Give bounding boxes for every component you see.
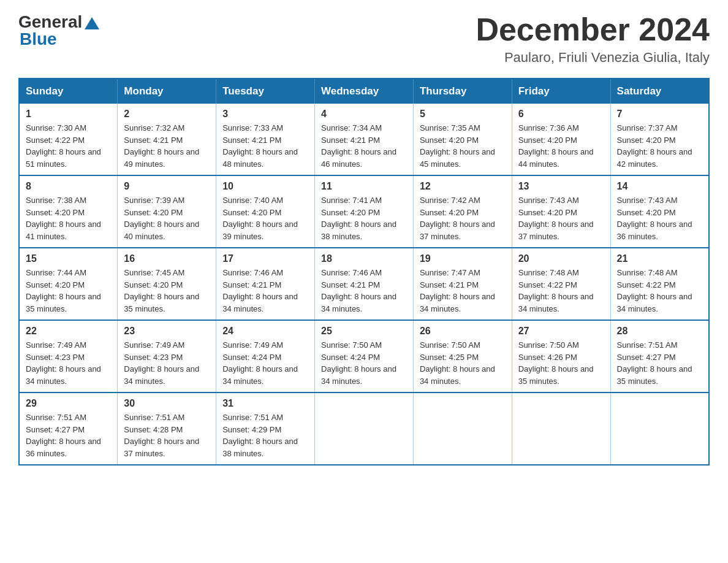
calendar-cell: 21Sunrise: 7:48 AMSunset: 4:22 PMDayligh… (610, 248, 709, 320)
calendar-cell: 12Sunrise: 7:42 AMSunset: 4:20 PMDayligh… (413, 175, 512, 248)
day-info: Sunrise: 7:49 AMSunset: 4:23 PMDaylight:… (26, 339, 111, 387)
logo-blue-text: Blue (20, 29, 57, 49)
calendar-cell (512, 393, 610, 465)
header-row: SundayMondayTuesdayWednesdayThursdayFrid… (19, 79, 709, 104)
day-number: 8 (26, 181, 111, 192)
day-number: 1 (26, 109, 111, 120)
column-header-tuesday: Tuesday (216, 79, 315, 104)
day-number: 12 (420, 181, 506, 192)
calendar-cell: 29Sunrise: 7:51 AMSunset: 4:27 PMDayligh… (19, 393, 118, 465)
calendar-cell: 22Sunrise: 7:49 AMSunset: 4:23 PMDayligh… (19, 320, 118, 393)
calendar-cell: 1Sunrise: 7:30 AMSunset: 4:22 PMDaylight… (19, 104, 118, 175)
calendar-cell: 18Sunrise: 7:46 AMSunset: 4:21 PMDayligh… (315, 248, 414, 320)
day-info: Sunrise: 7:37 AMSunset: 4:20 PMDaylight:… (617, 122, 702, 170)
day-number: 28 (617, 326, 702, 337)
calendar-cell (315, 393, 414, 465)
day-number: 20 (518, 253, 604, 264)
day-info: Sunrise: 7:50 AMSunset: 4:26 PMDaylight:… (518, 339, 604, 387)
day-number: 31 (222, 398, 308, 409)
calendar-cell: 4Sunrise: 7:34 AMSunset: 4:21 PMDaylight… (315, 104, 414, 175)
calendar-table: SundayMondayTuesdayWednesdayThursdayFrid… (18, 78, 710, 465)
day-info: Sunrise: 7:51 AMSunset: 4:28 PMDaylight:… (124, 412, 210, 459)
calendar-cell (610, 393, 709, 465)
day-number: 25 (321, 326, 407, 337)
calendar-cell: 19Sunrise: 7:47 AMSunset: 4:21 PMDayligh… (413, 248, 512, 320)
calendar-cell: 14Sunrise: 7:43 AMSunset: 4:20 PMDayligh… (610, 175, 709, 248)
column-header-saturday: Saturday (610, 79, 709, 104)
calendar-cell: 20Sunrise: 7:48 AMSunset: 4:22 PMDayligh… (512, 248, 610, 320)
calendar-cell: 13Sunrise: 7:43 AMSunset: 4:20 PMDayligh… (512, 175, 610, 248)
logo-triangle-icon (85, 17, 99, 29)
day-number: 21 (617, 253, 702, 264)
day-info: Sunrise: 7:47 AMSunset: 4:21 PMDaylight:… (420, 267, 506, 315)
day-info: Sunrise: 7:43 AMSunset: 4:20 PMDaylight:… (617, 194, 702, 242)
calendar-cell: 10Sunrise: 7:40 AMSunset: 4:20 PMDayligh… (216, 175, 315, 248)
day-number: 16 (124, 253, 210, 264)
week-row-1: 1Sunrise: 7:30 AMSunset: 4:22 PMDaylight… (19, 104, 709, 175)
day-number: 22 (26, 326, 111, 337)
calendar-cell (413, 393, 512, 465)
day-info: Sunrise: 7:35 AMSunset: 4:20 PMDaylight:… (420, 122, 506, 170)
day-info: Sunrise: 7:50 AMSunset: 4:25 PMDaylight:… (420, 339, 506, 387)
week-row-5: 29Sunrise: 7:51 AMSunset: 4:27 PMDayligh… (19, 393, 709, 465)
day-info: Sunrise: 7:51 AMSunset: 4:29 PMDaylight:… (222, 412, 308, 459)
calendar-cell: 17Sunrise: 7:46 AMSunset: 4:21 PMDayligh… (216, 248, 315, 320)
calendar-cell: 26Sunrise: 7:50 AMSunset: 4:25 PMDayligh… (413, 320, 512, 393)
day-number: 24 (222, 326, 308, 337)
calendar-cell: 6Sunrise: 7:36 AMSunset: 4:20 PMDaylight… (512, 104, 610, 175)
day-info: Sunrise: 7:42 AMSunset: 4:20 PMDaylight:… (420, 194, 506, 242)
column-header-friday: Friday (512, 79, 610, 104)
calendar-cell: 16Sunrise: 7:45 AMSunset: 4:20 PMDayligh… (118, 248, 216, 320)
day-info: Sunrise: 7:50 AMSunset: 4:24 PMDaylight:… (321, 339, 407, 387)
day-info: Sunrise: 7:49 AMSunset: 4:23 PMDaylight:… (124, 339, 210, 387)
day-info: Sunrise: 7:51 AMSunset: 4:27 PMDaylight:… (617, 339, 702, 387)
calendar-cell: 9Sunrise: 7:39 AMSunset: 4:20 PMDaylight… (118, 175, 216, 248)
calendar-cell: 15Sunrise: 7:44 AMSunset: 4:20 PMDayligh… (19, 248, 118, 320)
day-number: 19 (420, 253, 506, 264)
day-number: 2 (124, 109, 210, 120)
day-number: 17 (222, 253, 308, 264)
day-number: 4 (321, 109, 407, 120)
day-info: Sunrise: 7:33 AMSunset: 4:21 PMDaylight:… (222, 122, 308, 170)
day-info: Sunrise: 7:46 AMSunset: 4:21 PMDaylight:… (222, 267, 308, 315)
calendar-cell: 25Sunrise: 7:50 AMSunset: 4:24 PMDayligh… (315, 320, 414, 393)
week-row-2: 8Sunrise: 7:38 AMSunset: 4:20 PMDaylight… (19, 175, 709, 248)
day-info: Sunrise: 7:41 AMSunset: 4:20 PMDaylight:… (321, 194, 407, 242)
day-number: 13 (518, 181, 604, 192)
title-area: December 2024 Paularo, Friuli Venezia Gi… (476, 12, 710, 66)
day-info: Sunrise: 7:34 AMSunset: 4:21 PMDaylight:… (321, 122, 407, 170)
day-info: Sunrise: 7:38 AMSunset: 4:20 PMDaylight:… (26, 194, 111, 242)
day-info: Sunrise: 7:32 AMSunset: 4:21 PMDaylight:… (124, 122, 210, 170)
day-number: 23 (124, 326, 210, 337)
day-number: 7 (617, 109, 702, 120)
logo: General Blue (18, 12, 99, 49)
location-text: Paularo, Friuli Venezia Giulia, Italy (476, 50, 710, 66)
calendar-cell: 11Sunrise: 7:41 AMSunset: 4:20 PMDayligh… (315, 175, 414, 248)
day-info: Sunrise: 7:39 AMSunset: 4:20 PMDaylight:… (124, 194, 210, 242)
day-info: Sunrise: 7:30 AMSunset: 4:22 PMDaylight:… (26, 122, 111, 170)
day-info: Sunrise: 7:36 AMSunset: 4:20 PMDaylight:… (518, 122, 604, 170)
day-number: 29 (26, 398, 111, 409)
column-header-wednesday: Wednesday (315, 79, 414, 104)
week-row-3: 15Sunrise: 7:44 AMSunset: 4:20 PMDayligh… (19, 248, 709, 320)
day-info: Sunrise: 7:43 AMSunset: 4:20 PMDaylight:… (518, 194, 604, 242)
day-info: Sunrise: 7:49 AMSunset: 4:24 PMDaylight:… (222, 339, 308, 387)
day-number: 11 (321, 181, 407, 192)
column-header-monday: Monday (118, 79, 216, 104)
day-number: 9 (124, 181, 210, 192)
calendar-cell: 24Sunrise: 7:49 AMSunset: 4:24 PMDayligh… (216, 320, 315, 393)
column-header-thursday: Thursday (413, 79, 512, 104)
day-info: Sunrise: 7:48 AMSunset: 4:22 PMDaylight:… (617, 267, 702, 315)
calendar-cell: 7Sunrise: 7:37 AMSunset: 4:20 PMDaylight… (610, 104, 709, 175)
day-info: Sunrise: 7:51 AMSunset: 4:27 PMDaylight:… (26, 412, 111, 459)
calendar-cell: 30Sunrise: 7:51 AMSunset: 4:28 PMDayligh… (118, 393, 216, 465)
calendar-cell: 2Sunrise: 7:32 AMSunset: 4:21 PMDaylight… (118, 104, 216, 175)
day-number: 14 (617, 181, 702, 192)
calendar-cell: 5Sunrise: 7:35 AMSunset: 4:20 PMDaylight… (413, 104, 512, 175)
day-number: 5 (420, 109, 506, 120)
day-number: 10 (222, 181, 308, 192)
day-number: 27 (518, 326, 604, 337)
day-number: 3 (222, 109, 308, 120)
week-row-4: 22Sunrise: 7:49 AMSunset: 4:23 PMDayligh… (19, 320, 709, 393)
month-title: December 2024 (476, 12, 710, 47)
